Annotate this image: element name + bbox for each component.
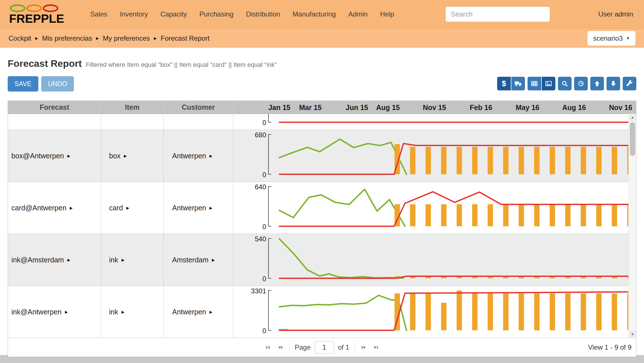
forecast-bar[interactable] [426, 204, 431, 226]
breadcrumb-item-cockpit[interactable]: Cockpit [9, 34, 31, 42]
forecast-chart[interactable] [272, 182, 628, 234]
forecast-bar[interactable] [441, 204, 447, 226]
forecast-bar[interactable] [488, 293, 493, 330]
frepple-logo[interactable]: FREPPLE [9, 4, 64, 25]
currency-toggle-button[interactable]: $ [497, 77, 511, 90]
drilldown-icon[interactable]: ▶ [210, 310, 212, 314]
drilldown-icon[interactable]: ▶ [210, 206, 212, 210]
forecast-bar[interactable] [627, 204, 628, 226]
search-button[interactable] [558, 77, 572, 90]
forecast-bar[interactable] [410, 293, 415, 330]
forecast-chart[interactable] [272, 286, 628, 338]
forecast-bar[interactable] [534, 204, 539, 226]
graph-view-button[interactable] [542, 77, 555, 90]
drilldown-icon[interactable]: ▶ [70, 206, 73, 210]
forecast-bar[interactable] [581, 147, 586, 174]
column-header-customer[interactable]: Customer [164, 101, 233, 114]
forecast-bar[interactable] [457, 204, 462, 226]
forecast-bar[interactable] [627, 147, 628, 174]
forecast-bar[interactable] [472, 204, 478, 226]
customer-link[interactable]: Amsterdam [172, 256, 209, 264]
time-buckets-button[interactable] [574, 77, 588, 90]
forecast-bar[interactable] [596, 293, 602, 330]
customer-link[interactable]: Antwerpen [172, 308, 206, 316]
forecast-bar[interactable] [457, 291, 462, 330]
drilldown-icon[interactable]: ▶ [122, 310, 124, 314]
move-down-button[interactable] [607, 77, 620, 90]
breadcrumb-item-mis-preferencias[interactable]: Mis preferencias [42, 34, 92, 42]
forecast-bar[interactable] [627, 293, 628, 330]
menu-item-help[interactable]: Help [380, 10, 394, 18]
save-button[interactable]: SAVE [8, 76, 38, 92]
next-page-button[interactable] [360, 343, 368, 351]
search-input[interactable] [445, 7, 550, 22]
item-link[interactable]: box [109, 152, 120, 160]
forecast-bar[interactable] [565, 293, 571, 330]
item-link[interactable]: card [109, 204, 123, 212]
drilldown-icon[interactable]: ▶ [65, 310, 68, 314]
forecast-link[interactable]: card@Antwerpen [11, 204, 66, 212]
drilldown-icon[interactable]: ▶ [126, 206, 129, 210]
move-up-button[interactable] [590, 77, 604, 90]
menu-item-distribution[interactable]: Distribution [246, 10, 280, 18]
forecast-chart[interactable] [272, 234, 628, 286]
forecast-bar[interactable] [426, 147, 431, 174]
forecast-bar[interactable] [581, 204, 586, 226]
menu-item-sales[interactable]: Sales [90, 10, 107, 18]
forecast-bar[interactable] [503, 147, 508, 174]
forecast-bar[interactable] [581, 293, 586, 330]
forecast-chart[interactable] [272, 114, 628, 130]
forecast-link[interactable]: ink@Antwerpen [11, 308, 62, 316]
menu-item-admin[interactable]: Admin [348, 10, 368, 18]
first-page-button[interactable] [264, 343, 272, 351]
forecast-bar[interactable] [488, 147, 493, 174]
column-header-item[interactable]: Item [101, 101, 164, 114]
forecast-bar[interactable] [550, 293, 555, 330]
undo-button[interactable]: UNDO [41, 76, 74, 92]
table-view-button[interactable] [528, 77, 541, 90]
forecast-bar[interactable] [472, 147, 478, 174]
previous-page-button[interactable] [276, 343, 284, 351]
customize-button[interactable] [623, 77, 636, 90]
forecast-bar[interactable] [472, 293, 478, 330]
last-page-button[interactable] [372, 343, 380, 351]
forecast-bar[interactable] [503, 204, 508, 226]
drilldown-icon[interactable]: ▶ [122, 258, 124, 262]
forecast-link[interactable]: ink@Amsterdam [11, 256, 64, 264]
units-toggle-button[interactable] [511, 77, 525, 90]
breadcrumb-item-my-preferences[interactable]: My preferences [103, 34, 150, 42]
forecast-bar[interactable] [596, 147, 602, 174]
column-header-forecast[interactable]: Forecast [8, 101, 101, 114]
forecast-bar[interactable] [612, 204, 617, 226]
scenario-selector[interactable]: scenario3 ▼ [587, 31, 635, 46]
forecast-bar[interactable] [441, 147, 447, 174]
customer-link[interactable]: Antwerpen [172, 152, 206, 160]
vertical-scrollbar[interactable]: ▲ ▼ [629, 114, 636, 338]
forecast-bar[interactable] [457, 147, 462, 174]
scroll-up-button[interactable]: ▲ [629, 114, 636, 121]
scroll-down-button[interactable]: ▼ [629, 331, 636, 338]
drilldown-icon[interactable]: ▶ [212, 258, 215, 262]
forecast-bar[interactable] [612, 293, 617, 330]
scrollbar-thumb[interactable] [630, 122, 635, 156]
forecast-bar[interactable] [596, 204, 602, 226]
forecast-bar[interactable] [488, 204, 493, 226]
forecast-bar[interactable] [519, 147, 524, 174]
forecast-chart[interactable] [272, 130, 628, 182]
forecast-bar[interactable] [612, 147, 617, 174]
menu-item-purchasing[interactable]: Purchasing [199, 10, 234, 18]
menu-item-inventory[interactable]: Inventory [120, 10, 148, 18]
forecast-link[interactable]: box@Antwerpen [11, 152, 64, 160]
item-link[interactable]: ink [109, 256, 118, 264]
user-menu[interactable]: User admin [598, 10, 633, 18]
menu-item-capacity[interactable]: Capacity [160, 10, 187, 18]
forecast-bar[interactable] [519, 293, 524, 330]
forecast-bar[interactable] [534, 147, 539, 174]
drilldown-icon[interactable]: ▶ [210, 154, 212, 158]
menu-item-manufacturing[interactable]: Manufacturing [293, 10, 336, 18]
forecast-bar[interactable] [565, 147, 571, 174]
customer-link[interactable]: Antwerpen [172, 204, 206, 212]
forecast-bar[interactable] [565, 204, 571, 226]
page-number-input[interactable] [315, 341, 334, 354]
drilldown-icon[interactable]: ▶ [124, 154, 127, 158]
